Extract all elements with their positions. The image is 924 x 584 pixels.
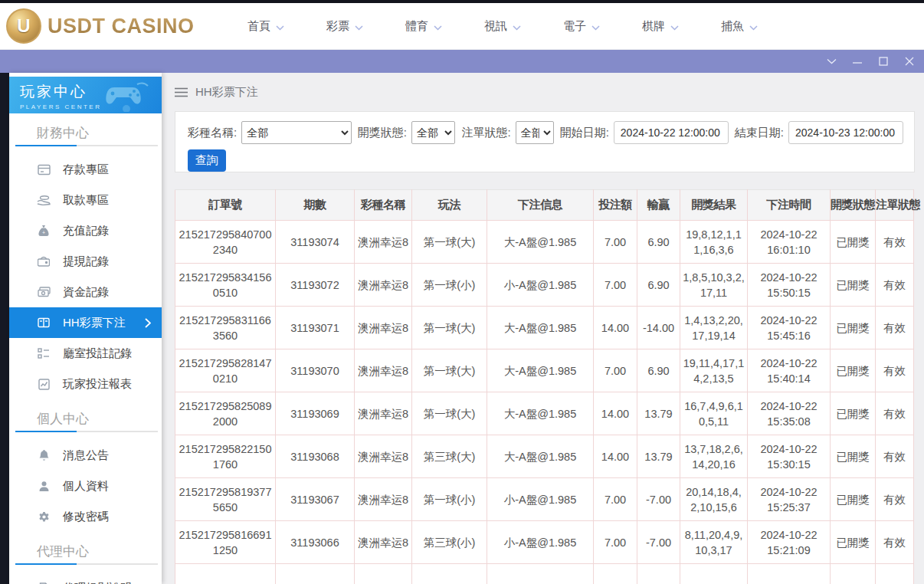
- nav-item-egames[interactable]: 電子: [542, 19, 621, 34]
- nav-item-video[interactable]: 視訊: [464, 19, 542, 34]
- maximize-icon: [879, 57, 888, 66]
- sidebar-item-player-bet-report[interactable]: 玩家投注報表: [9, 369, 162, 399]
- end-date-input[interactable]: [788, 121, 903, 144]
- chevron-down-icon: [827, 58, 837, 64]
- coin-letter: U: [17, 15, 30, 37]
- sidebar-section-title: 財務中心: [37, 124, 162, 141]
- cell-lottery-name: 澳洲幸运8: [355, 521, 412, 564]
- nav-item-label: 首頁: [247, 19, 270, 34]
- maximize-button[interactable]: [872, 50, 895, 73]
- withdraw-hand-icon: [37, 193, 51, 207]
- panel-chevron-button[interactable]: [820, 50, 843, 73]
- sidebar-item-recharge-record[interactable]: +充值記錄: [9, 215, 162, 246]
- filter-panel: 彩種名稱:全部開獎狀態:全部注單狀態:全部開始日期:結束日期: 查詢: [175, 111, 915, 172]
- sidebar-item-agent-rules[interactable]: 代理規則說明: [9, 573, 162, 584]
- cell-order-status: 有效: [876, 392, 914, 435]
- cell-bet-info: 大-A盤@1.985: [487, 435, 594, 478]
- nav-item-chess[interactable]: 棋牌: [621, 19, 700, 34]
- cell-draw-status: 已開獎: [831, 264, 876, 307]
- minimize-button[interactable]: [846, 50, 869, 73]
- cell-order-status: 有效: [876, 307, 914, 349]
- cell-period: 31193074: [276, 221, 355, 264]
- cell-bet-time: 2024-10-22 15:40:14: [748, 349, 831, 392]
- lottery-name-select[interactable]: 全部: [241, 121, 352, 144]
- cell-empty: [748, 564, 831, 584]
- nav-item-sports[interactable]: 體育: [385, 19, 464, 34]
- sidebar-item-label: 玩家投注報表: [63, 377, 132, 392]
- cell-win-loss: 6.90: [637, 221, 680, 264]
- sidebar-item-hall-bet-record[interactable]: 廳室投註記錄: [9, 338, 162, 369]
- cell-bet-time: 2024-10-22 15:35:08: [748, 392, 831, 435]
- sidebar-item-label: 充值記錄: [63, 224, 109, 238]
- cell-bet-time: 2024-10-22 15:21:09: [748, 521, 831, 564]
- nav-item-label: 捕魚: [721, 19, 744, 34]
- cell-draw-status: 已開獎: [831, 349, 876, 392]
- cell-draw-result: 19,11,4,17,14,2,13,5: [680, 349, 748, 392]
- sidebar-item-hh-lottery-bet[interactable]: HH彩票下注: [9, 307, 162, 338]
- cell-period: 31193067: [276, 478, 355, 521]
- sidebar-item-label: 資金記錄: [63, 285, 109, 300]
- nav-item-label: 彩票: [326, 19, 349, 34]
- cell-empty: [680, 564, 748, 584]
- sidebar-item-change-password[interactable]: 修改密碼: [9, 501, 162, 532]
- bets-table-wrap: 訂單號期數彩種名稱玩法下注信息投注額輸贏開獎結果下注時間開獎狀態注單狀態 215…: [175, 189, 913, 584]
- page-title: HH彩票下注: [195, 85, 258, 100]
- cell-period: 31193066: [276, 521, 355, 564]
- cell-bet-amount: 14.00: [594, 392, 637, 435]
- cell-draw-status: 已開獎: [831, 392, 876, 435]
- cell-empty: [594, 564, 637, 584]
- svg-text:+: +: [42, 230, 45, 235]
- cell-draw-status: 已開獎: [831, 307, 876, 349]
- sidebar-item-label: 消息公告: [63, 448, 109, 463]
- cell-empty: [355, 564, 412, 584]
- table-header-row: 訂單號期數彩種名稱玩法下注信息投注額輸贏開獎結果下注時間開獎狀態注單狀態: [175, 190, 914, 221]
- brand-logo[interactable]: U USDT CASINO: [6, 8, 195, 44]
- cell-lottery-name: 澳洲幸运8: [355, 307, 412, 349]
- hamburger-menu-icon[interactable]: [175, 87, 188, 97]
- cell-win-loss: -14.00: [637, 307, 680, 349]
- cell-bet-info: 小-A盤@1.985: [487, 478, 594, 521]
- sidebar-item-announcements[interactable]: 消息公告: [9, 440, 162, 471]
- order-status-select[interactable]: 全部: [516, 121, 554, 144]
- cell-draw-result: 1,4,13,2,20,17,19,14: [680, 307, 748, 349]
- filter-row: 彩種名稱:全部開獎狀態:全部注單狀態:全部開始日期:結束日期:: [188, 121, 903, 144]
- table-row: 215217295831166356031193071澳洲幸运8第一球(大)大-…: [175, 307, 914, 349]
- nav-item-home[interactable]: 首頁: [227, 19, 306, 34]
- cell-order-no: 2152172958193775650: [175, 478, 276, 521]
- sidebar-item-fund-record[interactable]: 資金記錄: [9, 277, 162, 307]
- cell-order-status: 有效: [876, 264, 914, 307]
- sidebar-item-profile[interactable]: 個人資料: [9, 471, 162, 501]
- draw-status-select[interactable]: 全部: [411, 121, 456, 144]
- cell-empty: [276, 564, 355, 584]
- sidebar-item-deposit[interactable]: 存款專區: [9, 154, 162, 185]
- cell-lottery-name: 澳洲幸运8: [355, 435, 412, 478]
- sidebar-item-label: 修改密碼: [63, 510, 109, 524]
- table-row: 215217295840700234031193074澳洲幸运8第一球(大)大-…: [175, 221, 914, 264]
- cell-period: 31193072: [276, 264, 355, 307]
- col-header-win-loss: 輸贏: [637, 190, 680, 221]
- cell-bet-amount: 7.00: [594, 478, 637, 521]
- purse-icon: [37, 254, 51, 268]
- cell-empty: [831, 564, 876, 584]
- nav-item-lottery[interactable]: 彩票: [306, 19, 385, 34]
- search-button[interactable]: 查詢: [188, 149, 226, 172]
- cell-draw-result: 1,8,5,10,3,2,17,11: [680, 264, 748, 307]
- ledger-icon: [37, 316, 51, 330]
- sidebar: 玩家中心 PLAYERS CENTER 財務中心存款專區取款專區+充值記錄提現記…: [9, 73, 162, 584]
- start-date-input[interactable]: [614, 121, 729, 144]
- cell-play: 第一球(大): [412, 307, 487, 349]
- cell-bet-time: 2024-10-22 15:25:37: [748, 478, 831, 521]
- section-underline: [15, 431, 158, 432]
- sidebar-item-withdraw[interactable]: 取款專區: [9, 185, 162, 215]
- minimize-icon: [853, 57, 862, 66]
- cell-order-no: 2152172958311663560: [175, 307, 276, 349]
- lottery-name-select-label: 彩種名稱:: [188, 126, 237, 140]
- sidebar-item-withdrawal-record[interactable]: 提現記錄: [9, 246, 162, 277]
- cell-play: 第三球(小): [412, 521, 487, 564]
- nav-item-fishing[interactable]: 捕魚: [700, 19, 779, 34]
- close-button[interactable]: [898, 50, 921, 73]
- sidebar-item-label: 廳室投註記錄: [63, 346, 132, 361]
- cell-bet-info: 大-A盤@1.985: [487, 392, 594, 435]
- deposit-card-icon: [37, 162, 51, 176]
- cell-bet-info: 大-A盤@1.985: [487, 349, 594, 392]
